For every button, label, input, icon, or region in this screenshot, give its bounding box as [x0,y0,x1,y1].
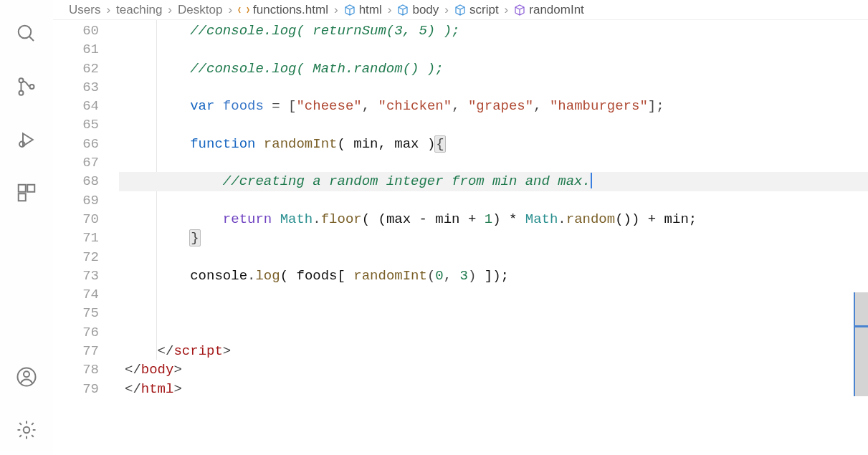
svg-point-3 [19,91,24,95]
line-number: 60 [53,21,99,40]
code-line[interactable] [119,323,868,342]
code-line[interactable] [119,248,868,267]
scrollbar-thumb[interactable] [854,292,868,396]
breadcrumb-sym-html[interactable]: html [344,3,382,17]
code-line[interactable]: </script> [119,342,868,360]
svg-point-4 [30,85,34,89]
keyword: return [223,211,272,227]
code-line[interactable]: var foods = ["cheese", "chicken", "grape… [119,97,868,115]
breadcrumb-users[interactable]: Users [69,3,100,17]
line-number: 76 [53,323,99,342]
function-name: randomInt [264,136,338,152]
line-number: 64 [53,97,99,115]
code-line[interactable]: //console.log( returnSum(3, 5) ); [119,21,868,40]
code-line[interactable]: console.log( foods[ randomInt(0, 3) ]); [119,267,868,285]
text-cursor [591,173,592,188]
svg-point-2 [19,78,24,82]
account-icon[interactable] [14,365,39,389]
method: log [255,268,280,284]
tag-open: </ [125,381,141,397]
line-number: 74 [53,285,99,304]
search-icon[interactable] [14,21,39,46]
code-line[interactable] [119,40,868,59]
punct: , [444,268,460,284]
line-number: 71 [53,229,99,247]
string: "chicken" [378,98,452,114]
code-editor[interactable]: 60 61 62 63 64 65 66 67 68 69 70 71 72 7… [53,20,868,455]
code-text: ()) + min; [615,211,697,227]
punct: = [ [264,98,297,114]
comment-text: //creating a random integer from min and… [223,173,591,189]
params: ( min, max ) [337,136,435,152]
obj: Math [525,211,558,227]
breadcrumb-teaching[interactable]: teaching [116,3,162,17]
svg-point-6 [19,142,25,148]
code-text: ]); [476,268,509,284]
extensions-icon[interactable] [14,181,39,205]
tag-close: > [173,362,181,378]
keyword: var [190,98,214,114]
comment-text: //console.log( returnSum(3, 5) ); [190,23,459,39]
line-number: 63 [53,78,99,97]
line-number: 72 [53,248,99,267]
code-line[interactable]: return Math.floor( (max - min + 1) * Mat… [119,210,868,229]
code-text: ) * [492,211,525,227]
breadcrumb-sym-func[interactable]: randomInt [514,3,584,17]
svg-point-12 [24,427,30,434]
breadcrumb-sym-script[interactable]: script [454,3,499,17]
code-line[interactable] [119,191,868,210]
punct: ( [427,268,435,284]
line-number: 77 [53,342,99,360]
code-line[interactable]: </html> [119,380,868,398]
settings-gear-icon[interactable] [14,418,39,442]
line-number: 73 [53,267,99,285]
chevron-right-icon: › [503,3,510,17]
breadcrumb-sym-html-label: html [359,3,382,17]
code-line[interactable]: function randomInt( min, max ){ [119,135,868,153]
code-text: ( (max - min + [362,211,485,227]
code-line[interactable] [119,304,868,322]
code-line[interactable] [119,78,868,97]
run-debug-icon[interactable] [14,128,39,152]
breadcrumb-sym-func-label: randomInt [529,3,584,17]
tag-name: script [173,343,222,359]
symbol-method-icon [514,4,525,16]
code-content[interactable]: //console.log( returnSum(3, 5) ); //cons… [119,20,868,455]
code-line[interactable]: </body> [119,360,868,379]
scrollbar-cursor-mark [855,325,868,327]
symbol-cube-icon [454,4,466,16]
line-number-gutter: 60 61 62 63 64 65 66 67 68 69 70 71 72 7… [53,20,119,455]
code-line-current[interactable]: //creating a random integer from min and… [119,172,868,191]
line-number: 61 [53,40,99,59]
code-line[interactable] [119,153,868,172]
tag-open: </ [125,362,141,378]
svg-point-11 [24,371,29,377]
line-number: 62 [53,59,99,78]
obj: Math [280,211,313,227]
breadcrumb-file[interactable]: functions.html [238,3,328,17]
breadcrumb-desktop[interactable]: Desktop [178,3,222,17]
line-number: 68 [53,172,99,191]
svg-line-1 [29,37,34,41]
obj: console [190,268,247,284]
chevron-right-icon: › [386,3,394,17]
breadcrumb-sym-body[interactable]: body [397,3,439,17]
breadcrumb[interactable]: Users › teaching › Desktop › functions.h… [53,0,868,20]
line-number: 75 [53,304,99,322]
symbol-cube-icon [397,4,409,16]
chevron-right-icon: › [166,3,173,17]
identifier: foods [223,98,264,114]
breadcrumb-sym-script-label: script [469,3,499,17]
code-line[interactable]: //console.log( Math.random() ); [119,59,868,78]
code-line[interactable]: } [119,229,868,247]
chevron-right-icon: › [105,3,112,17]
code-line[interactable] [119,285,868,304]
number: 1 [485,211,492,227]
line-number: 69 [53,191,99,210]
code-line[interactable] [119,115,868,134]
source-control-icon[interactable] [14,75,39,99]
editor-main: Users › teaching › Desktop › functions.h… [53,0,868,455]
line-number: 67 [53,153,99,172]
tag-close: > [223,343,231,359]
svg-rect-9 [19,193,26,201]
